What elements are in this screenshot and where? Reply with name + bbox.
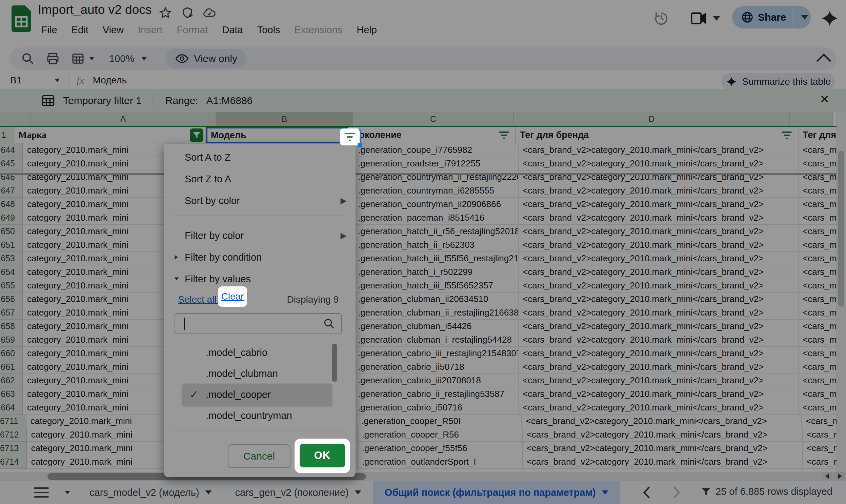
- active-filter-icon[interactable]: [499, 131, 509, 139]
- cell-generation[interactable]: .generation_cooper_f55f56: [358, 442, 523, 455]
- row-number[interactable]: 663: [0, 388, 23, 401]
- summarize-table-button[interactable]: Summarize this table: [721, 73, 835, 90]
- sheet-tab-caret-icon[interactable]: [355, 490, 361, 494]
- cell-brand-tag[interactable]: <cars_brand_v2>category_2010.mark_mini</…: [519, 157, 798, 170]
- cell-brand-tag[interactable]: <cars_brand_v2>category_2010.mark_mini</…: [519, 306, 798, 320]
- row-number[interactable]: 6713: [0, 442, 27, 455]
- version-history-icon[interactable]: [652, 10, 670, 27]
- range-value[interactable]: A1:M6886: [206, 95, 253, 106]
- cell-generation[interactable]: .generation_hatch_ii_r56_restajling52018: [354, 225, 519, 238]
- filter-value-item[interactable]: ✓.model_clubman: [164, 363, 356, 384]
- menu-file[interactable]: File: [37, 22, 62, 38]
- cell-brand-tag[interactable]: <cars_brand_v2>category_2010.mark_mini</…: [519, 401, 798, 415]
- filter-value-item[interactable]: ✓.model_cabrio: [164, 342, 356, 363]
- cell-brand-tag[interactable]: <cars_brand_v2>category_2010.mark_mini</…: [523, 428, 803, 442]
- row-number[interactable]: 648: [0, 198, 23, 211]
- gemini-sparkle-icon[interactable]: [820, 9, 839, 28]
- menu-help[interactable]: Help: [352, 22, 382, 38]
- cell-generation[interactable]: .generation_hatch_ii_r562303: [354, 238, 519, 252]
- search-icon[interactable]: [21, 52, 35, 66]
- filter-value-item[interactable]: ✓.model_countryman: [164, 406, 356, 426]
- cancel-button[interactable]: Cancel: [228, 444, 290, 468]
- cell-generation[interactable]: .generation_cabrio_iii_restajling2154830…: [354, 347, 519, 360]
- select-all-link[interactable]: Select all 9: [178, 294, 224, 305]
- row-number[interactable]: 661: [0, 360, 23, 374]
- row-number[interactable]: 655: [0, 279, 23, 292]
- cell-generation[interactable]: .generation_roadster_i7912255: [354, 157, 519, 170]
- column-header-e[interactable]: [790, 112, 833, 126]
- cell-brand-tag[interactable]: <cars_brand_v2>category_2010.mark_mini</…: [519, 360, 798, 374]
- ok-button[interactable]: OK: [300, 444, 345, 467]
- column-header-c[interactable]: C: [353, 112, 514, 126]
- column-header-d[interactable]: D: [514, 112, 790, 126]
- sheets-logo-icon[interactable]: [12, 5, 31, 32]
- cell-generation[interactable]: .generation_cabrio_ii_restajling53587: [354, 388, 519, 401]
- meet-camera-button[interactable]: [690, 10, 720, 26]
- row-number[interactable]: 6711: [0, 415, 26, 428]
- row-number[interactable]: 653: [0, 252, 23, 265]
- ok-button-highlight[interactable]: OK: [294, 438, 350, 473]
- cell-b1-selected[interactable]: Модель: [206, 127, 348, 143]
- cell-brand-tag[interactable]: <cars_brand_v2>category_2010.mark_mini</…: [519, 198, 798, 211]
- menu-edit[interactable]: Edit: [67, 22, 93, 38]
- sheets-list-caret-icon[interactable]: [65, 491, 70, 494]
- menu-insert[interactable]: Insert: [133, 22, 167, 38]
- grid-corner[interactable]: [0, 112, 31, 126]
- cell-generation[interactable]: .generation_countryman_i6285555: [354, 184, 519, 198]
- menu-item-sort-by-color[interactable]: Sort by color▶: [164, 190, 356, 211]
- cell-a1[interactable]: Марка: [14, 127, 206, 143]
- zoom-control[interactable]: 100%: [109, 53, 148, 65]
- cell-generation[interactable]: .generation_outlanderSport_I: [358, 455, 523, 469]
- name-box[interactable]: B1: [10, 75, 61, 86]
- row-number[interactable]: 646: [0, 170, 23, 184]
- column-header-a[interactable]: A: [31, 112, 216, 126]
- all-sheets-menu-icon[interactable]: [34, 487, 49, 498]
- sheet-tab[interactable]: cars_model_v2 (модель): [78, 481, 224, 504]
- share-caret-icon[interactable]: [801, 15, 808, 20]
- cell-brand-tag[interactable]: <cars_brand_v2>category_2010.mark_mini</…: [519, 265, 798, 279]
- menu-format[interactable]: Format: [172, 22, 213, 38]
- cell-generation[interactable]: .generation_countryman_ii20906866: [354, 198, 519, 211]
- row-number[interactable]: 644: [0, 143, 23, 157]
- menu-item-sort-z-a[interactable]: Sort Z to A: [164, 168, 356, 190]
- view-only-badge[interactable]: View only: [165, 49, 247, 69]
- close-filter-view-icon[interactable]: ×: [820, 91, 829, 106]
- cell-brand-tag[interactable]: <cars_brand_v2>category_2010.mark_mini</…: [519, 347, 798, 360]
- row-number[interactable]: 659: [0, 333, 23, 347]
- cell-brand-tag[interactable]: <cars_brand_v2>category_2010.mark_mini</…: [523, 455, 803, 469]
- cell-brand-tag[interactable]: <cars_brand_v2>category_2010.mark_mini</…: [523, 442, 803, 455]
- cell-generation[interactable]: .generation_hatch_i_r502299: [354, 265, 519, 279]
- cell-generation[interactable]: .generation_hatch_iii_f55f5652357: [354, 279, 519, 292]
- cell-generation[interactable]: .generation_cooper_R50I: [357, 415, 522, 428]
- row-number[interactable]: 645: [0, 157, 23, 170]
- row-number[interactable]: 651: [0, 238, 23, 252]
- cell-generation[interactable]: .generation_clubman_i_restajling54428: [354, 333, 519, 347]
- cell-generation[interactable]: .generation_cabrio_i50716: [354, 401, 519, 415]
- clear-link-highlight[interactable]: Clear: [218, 286, 247, 307]
- row-number[interactable]: 656: [0, 292, 23, 306]
- clear-link[interactable]: Clear: [221, 291, 244, 302]
- next-sheet-chevron-icon[interactable]: [671, 486, 683, 499]
- cell-generation[interactable]: .generation_clubman_i54426: [354, 320, 519, 333]
- cell-c1[interactable]: Поколение: [348, 127, 516, 143]
- menu-item-filter-by-color[interactable]: Filter by color▶: [164, 225, 356, 246]
- print-icon[interactable]: [46, 52, 60, 66]
- menu-item-sort-a-z[interactable]: Sort A to Z: [164, 147, 356, 168]
- list-scrollbar[interactable]: [332, 342, 337, 427]
- row-number[interactable]: 1: [0, 127, 14, 143]
- formula-input[interactable]: Модель: [93, 75, 127, 86]
- column-b-filter-button-highlight[interactable]: [340, 128, 361, 145]
- row-number[interactable]: 660: [0, 347, 23, 360]
- cell-brand-tag[interactable]: <cars_brand_v2>category_2010.mark_mini</…: [519, 279, 798, 292]
- filter-search-input[interactable]: [175, 313, 342, 334]
- cell-brand-tag[interactable]: <cars_brand_v2>category_2010.mark_mini</…: [519, 238, 798, 252]
- scroll-right-button[interactable]: [834, 472, 845, 480]
- filter-view-name[interactable]: Temporary filter 1: [63, 95, 142, 106]
- sheet-tab-caret-icon[interactable]: [205, 490, 212, 494]
- cell-generation[interactable]: .generation_coupe_i7765982: [354, 143, 519, 157]
- scroll-left-button[interactable]: [822, 472, 832, 480]
- row-number[interactable]: 647: [0, 184, 23, 198]
- row-number[interactable]: 654: [0, 265, 23, 279]
- menu-item-filter-by-values[interactable]: Filter by values: [164, 268, 356, 289]
- cell-generation[interactable]: .generation_cabrio_ii50718: [354, 360, 519, 374]
